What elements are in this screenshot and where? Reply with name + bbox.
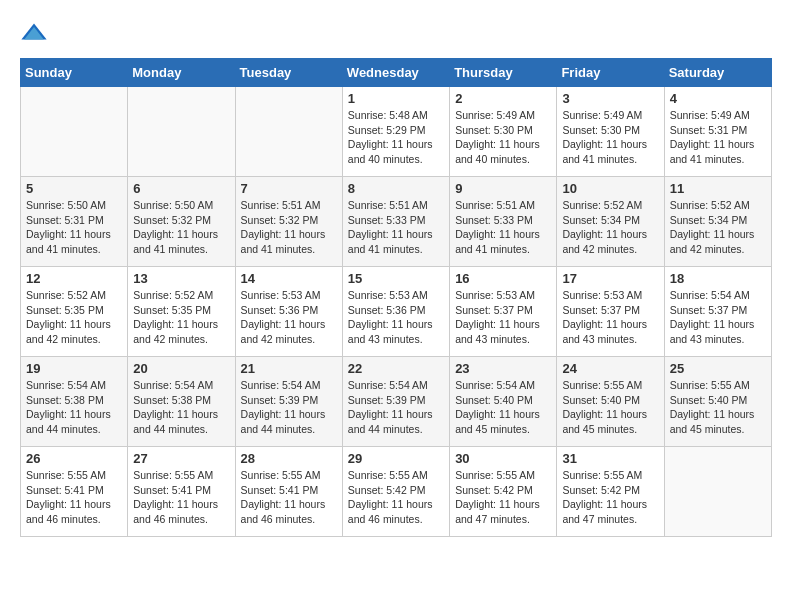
day-header-friday: Friday — [557, 59, 664, 87]
day-info: Sunrise: 5:55 AM Sunset: 5:41 PM Dayligh… — [241, 468, 337, 527]
day-info: Sunrise: 5:55 AM Sunset: 5:41 PM Dayligh… — [133, 468, 229, 527]
day-info: Sunrise: 5:53 AM Sunset: 5:37 PM Dayligh… — [455, 288, 551, 347]
day-number: 21 — [241, 361, 337, 376]
calendar-week-row: 26Sunrise: 5:55 AM Sunset: 5:41 PM Dayli… — [21, 447, 772, 537]
calendar-cell: 15Sunrise: 5:53 AM Sunset: 5:36 PM Dayli… — [342, 267, 449, 357]
calendar-body: 1Sunrise: 5:48 AM Sunset: 5:29 PM Daylig… — [21, 87, 772, 537]
calendar-cell: 1Sunrise: 5:48 AM Sunset: 5:29 PM Daylig… — [342, 87, 449, 177]
calendar-week-row: 5Sunrise: 5:50 AM Sunset: 5:31 PM Daylig… — [21, 177, 772, 267]
day-info: Sunrise: 5:54 AM Sunset: 5:38 PM Dayligh… — [26, 378, 122, 437]
day-info: Sunrise: 5:53 AM Sunset: 5:36 PM Dayligh… — [241, 288, 337, 347]
day-number: 5 — [26, 181, 122, 196]
day-header-saturday: Saturday — [664, 59, 771, 87]
day-info: Sunrise: 5:53 AM Sunset: 5:36 PM Dayligh… — [348, 288, 444, 347]
calendar-table: SundayMondayTuesdayWednesdayThursdayFrid… — [20, 58, 772, 537]
calendar-cell: 5Sunrise: 5:50 AM Sunset: 5:31 PM Daylig… — [21, 177, 128, 267]
calendar-cell: 29Sunrise: 5:55 AM Sunset: 5:42 PM Dayli… — [342, 447, 449, 537]
day-number: 15 — [348, 271, 444, 286]
day-info: Sunrise: 5:54 AM Sunset: 5:39 PM Dayligh… — [348, 378, 444, 437]
day-header-thursday: Thursday — [450, 59, 557, 87]
day-number: 12 — [26, 271, 122, 286]
day-info: Sunrise: 5:53 AM Sunset: 5:37 PM Dayligh… — [562, 288, 658, 347]
day-info: Sunrise: 5:54 AM Sunset: 5:39 PM Dayligh… — [241, 378, 337, 437]
calendar-cell: 14Sunrise: 5:53 AM Sunset: 5:36 PM Dayli… — [235, 267, 342, 357]
calendar-cell: 12Sunrise: 5:52 AM Sunset: 5:35 PM Dayli… — [21, 267, 128, 357]
day-info: Sunrise: 5:55 AM Sunset: 5:41 PM Dayligh… — [26, 468, 122, 527]
day-number: 18 — [670, 271, 766, 286]
day-number: 3 — [562, 91, 658, 106]
day-number: 24 — [562, 361, 658, 376]
day-info: Sunrise: 5:49 AM Sunset: 5:30 PM Dayligh… — [455, 108, 551, 167]
day-number: 26 — [26, 451, 122, 466]
calendar-cell: 19Sunrise: 5:54 AM Sunset: 5:38 PM Dayli… — [21, 357, 128, 447]
day-number: 11 — [670, 181, 766, 196]
day-info: Sunrise: 5:55 AM Sunset: 5:42 PM Dayligh… — [348, 468, 444, 527]
calendar-cell: 13Sunrise: 5:52 AM Sunset: 5:35 PM Dayli… — [128, 267, 235, 357]
calendar-cell: 28Sunrise: 5:55 AM Sunset: 5:41 PM Dayli… — [235, 447, 342, 537]
day-info: Sunrise: 5:49 AM Sunset: 5:31 PM Dayligh… — [670, 108, 766, 167]
calendar-cell — [664, 447, 771, 537]
day-info: Sunrise: 5:52 AM Sunset: 5:35 PM Dayligh… — [133, 288, 229, 347]
day-number: 4 — [670, 91, 766, 106]
day-number: 17 — [562, 271, 658, 286]
calendar-cell: 2Sunrise: 5:49 AM Sunset: 5:30 PM Daylig… — [450, 87, 557, 177]
calendar-cell — [128, 87, 235, 177]
day-header-monday: Monday — [128, 59, 235, 87]
day-number: 30 — [455, 451, 551, 466]
calendar-cell: 30Sunrise: 5:55 AM Sunset: 5:42 PM Dayli… — [450, 447, 557, 537]
calendar-cell: 4Sunrise: 5:49 AM Sunset: 5:31 PM Daylig… — [664, 87, 771, 177]
calendar-cell: 21Sunrise: 5:54 AM Sunset: 5:39 PM Dayli… — [235, 357, 342, 447]
calendar-header: SundayMondayTuesdayWednesdayThursdayFrid… — [21, 59, 772, 87]
day-number: 16 — [455, 271, 551, 286]
day-number: 23 — [455, 361, 551, 376]
day-info: Sunrise: 5:52 AM Sunset: 5:34 PM Dayligh… — [562, 198, 658, 257]
calendar-cell: 18Sunrise: 5:54 AM Sunset: 5:37 PM Dayli… — [664, 267, 771, 357]
calendar-cell — [235, 87, 342, 177]
day-info: Sunrise: 5:48 AM Sunset: 5:29 PM Dayligh… — [348, 108, 444, 167]
day-info: Sunrise: 5:51 AM Sunset: 5:32 PM Dayligh… — [241, 198, 337, 257]
day-info: Sunrise: 5:50 AM Sunset: 5:31 PM Dayligh… — [26, 198, 122, 257]
calendar-cell: 20Sunrise: 5:54 AM Sunset: 5:38 PM Dayli… — [128, 357, 235, 447]
day-number: 9 — [455, 181, 551, 196]
day-number: 8 — [348, 181, 444, 196]
day-info: Sunrise: 5:49 AM Sunset: 5:30 PM Dayligh… — [562, 108, 658, 167]
day-number: 6 — [133, 181, 229, 196]
day-info: Sunrise: 5:52 AM Sunset: 5:35 PM Dayligh… — [26, 288, 122, 347]
day-number: 2 — [455, 91, 551, 106]
day-number: 13 — [133, 271, 229, 286]
day-number: 7 — [241, 181, 337, 196]
day-info: Sunrise: 5:54 AM Sunset: 5:37 PM Dayligh… — [670, 288, 766, 347]
day-number: 25 — [670, 361, 766, 376]
calendar-cell: 16Sunrise: 5:53 AM Sunset: 5:37 PM Dayli… — [450, 267, 557, 357]
day-info: Sunrise: 5:52 AM Sunset: 5:34 PM Dayligh… — [670, 198, 766, 257]
calendar-cell: 6Sunrise: 5:50 AM Sunset: 5:32 PM Daylig… — [128, 177, 235, 267]
day-header-tuesday: Tuesday — [235, 59, 342, 87]
calendar-cell: 25Sunrise: 5:55 AM Sunset: 5:40 PM Dayli… — [664, 357, 771, 447]
day-number: 10 — [562, 181, 658, 196]
calendar-cell: 17Sunrise: 5:53 AM Sunset: 5:37 PM Dayli… — [557, 267, 664, 357]
day-number: 14 — [241, 271, 337, 286]
day-number: 31 — [562, 451, 658, 466]
logo-icon — [20, 20, 48, 48]
calendar-cell: 24Sunrise: 5:55 AM Sunset: 5:40 PM Dayli… — [557, 357, 664, 447]
day-header-sunday: Sunday — [21, 59, 128, 87]
calendar-cell: 3Sunrise: 5:49 AM Sunset: 5:30 PM Daylig… — [557, 87, 664, 177]
page-header — [20, 20, 772, 48]
day-info: Sunrise: 5:54 AM Sunset: 5:40 PM Dayligh… — [455, 378, 551, 437]
day-info: Sunrise: 5:54 AM Sunset: 5:38 PM Dayligh… — [133, 378, 229, 437]
day-info: Sunrise: 5:55 AM Sunset: 5:40 PM Dayligh… — [562, 378, 658, 437]
calendar-cell — [21, 87, 128, 177]
day-info: Sunrise: 5:55 AM Sunset: 5:42 PM Dayligh… — [455, 468, 551, 527]
days-header-row: SundayMondayTuesdayWednesdayThursdayFrid… — [21, 59, 772, 87]
day-number: 1 — [348, 91, 444, 106]
day-info: Sunrise: 5:51 AM Sunset: 5:33 PM Dayligh… — [348, 198, 444, 257]
calendar-week-row: 12Sunrise: 5:52 AM Sunset: 5:35 PM Dayli… — [21, 267, 772, 357]
calendar-cell: 22Sunrise: 5:54 AM Sunset: 5:39 PM Dayli… — [342, 357, 449, 447]
calendar-cell: 27Sunrise: 5:55 AM Sunset: 5:41 PM Dayli… — [128, 447, 235, 537]
calendar-cell: 31Sunrise: 5:55 AM Sunset: 5:42 PM Dayli… — [557, 447, 664, 537]
calendar-cell: 23Sunrise: 5:54 AM Sunset: 5:40 PM Dayli… — [450, 357, 557, 447]
day-number: 29 — [348, 451, 444, 466]
calendar-cell: 9Sunrise: 5:51 AM Sunset: 5:33 PM Daylig… — [450, 177, 557, 267]
day-info: Sunrise: 5:50 AM Sunset: 5:32 PM Dayligh… — [133, 198, 229, 257]
day-header-wednesday: Wednesday — [342, 59, 449, 87]
